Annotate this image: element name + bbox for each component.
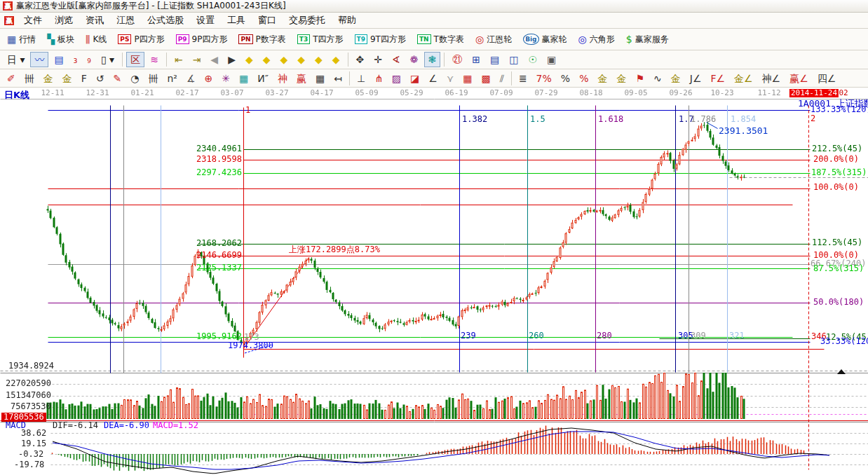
- box-fan-2-icon[interactable]: ◪: [406, 71, 423, 86]
- draw-tool-icon[interactable]: ❁: [406, 52, 423, 67]
- pct-tool-icon[interactable]: 7%: [532, 71, 556, 86]
- 9p-square-button[interactable]: P99P四方形: [172, 32, 232, 48]
- menu-item-9[interactable]: 帮助: [332, 13, 362, 28]
- kline-chart-canvas[interactable]: [0, 88, 868, 475]
- gold-circle-icon[interactable]: 金: [593, 71, 611, 86]
- j-angle-icon[interactable]: J∠: [686, 71, 706, 86]
- volume-profile-icon[interactable]: ≋: [146, 52, 163, 67]
- menu-item-2[interactable]: 资讯: [80, 13, 109, 28]
- period-day-icon[interactable]: 日 ▾: [3, 52, 29, 67]
- menu-item-4[interactable]: 公式选股: [142, 13, 189, 28]
- gold-angle-icon[interactable]: 金∠: [730, 71, 757, 86]
- save-icon[interactable]: ◫: [505, 52, 522, 67]
- hexagon-button[interactable]: ◎六角形: [574, 32, 619, 48]
- p-number-table-button[interactable]: PNP数字表: [234, 32, 290, 48]
- diamond-merge-icon[interactable]: ◆: [293, 52, 309, 67]
- ma-3-icon[interactable]: ₃: [69, 52, 82, 67]
- info-panel-icon[interactable]: ▤: [50, 52, 67, 67]
- crosshair-icon[interactable]: ✛: [369, 52, 386, 67]
- gold-levels-icon[interactable]: 金: [612, 71, 630, 86]
- menu-item-5[interactable]: 设置: [191, 13, 220, 28]
- ex-rights-icon[interactable]: 区: [126, 52, 144, 67]
- span-arrow-icon[interactable]: ↤: [330, 71, 346, 86]
- gold-ruler-1-icon[interactable]: 金: [39, 71, 57, 86]
- ma-9-icon[interactable]: ₉: [83, 52, 95, 67]
- t-number-table-button[interactable]: TNT数字表: [413, 32, 468, 48]
- fan-lines-icon[interactable]: ⋔: [370, 71, 387, 86]
- red-grid-2-icon[interactable]: ▩: [477, 71, 494, 86]
- diamond-expand-icon: ◆: [315, 54, 323, 65]
- memo-icon[interactable]: ▤: [486, 52, 503, 67]
- menu-item-1[interactable]: 浏览: [49, 13, 79, 28]
- diamond-next-icon[interactable]: ◆: [259, 52, 275, 67]
- angle-tool-icon[interactable]: ∢: [388, 52, 405, 67]
- f-angle-icon[interactable]: F∠: [706, 71, 729, 86]
- shen-tool-icon[interactable]: 神: [273, 71, 292, 86]
- shen-angle-icon[interactable]: 神∠: [758, 71, 785, 86]
- flag-measure-icon[interactable]: ⚑: [631, 71, 649, 86]
- vee-lines-icon[interactable]: ⋎: [442, 71, 458, 86]
- cycle-clock-icon[interactable]: ◔: [126, 71, 143, 86]
- ying-tool-icon[interactable]: 赢: [292, 71, 311, 86]
- hv-ruler-icon[interactable]: ⊥: [353, 71, 369, 86]
- pan-hand-icon[interactable]: ✥: [352, 52, 369, 67]
- trend-angle-icon[interactable]: ∠: [424, 71, 442, 86]
- menu-item-8[interactable]: 交易委托: [283, 13, 331, 28]
- parallel-lines-icon[interactable]: ⫽: [496, 71, 508, 86]
- grid-123-icon[interactable]: ▦: [311, 71, 329, 86]
- p-square-button[interactable]: PSP四方形: [114, 32, 168, 48]
- kline-button[interactable]: ⫼K线: [81, 32, 111, 48]
- menu-item-3[interactable]: 江恩: [111, 13, 140, 28]
- gold-wave-icon[interactable]: 金: [667, 71, 685, 86]
- four-angle-icon[interactable]: 四∠: [813, 71, 841, 86]
- app-logo-icon: 赢: [3, 1, 13, 11]
- sectors-button[interactable]: ▚板块: [43, 32, 79, 48]
- n-square-icon[interactable]: n²: [163, 71, 182, 86]
- quotes-button[interactable]: ▦行情: [3, 32, 40, 48]
- percent-red-icon[interactable]: %: [575, 71, 592, 86]
- calculator-icon[interactable]: ⊞: [468, 52, 484, 67]
- world-time-icon[interactable]: ☉: [524, 52, 541, 67]
- gold-ruler-2-icon[interactable]: 金: [58, 71, 76, 86]
- next-page-icon[interactable]: ▶: [224, 52, 240, 67]
- hist-scale-icon[interactable]: ≣: [515, 71, 531, 86]
- pattern-tool-icon[interactable]: ❃: [424, 52, 441, 67]
- winner-service-button[interactable]: $赢家服务: [622, 32, 673, 48]
- ying-angle-icon[interactable]: 赢∠: [785, 71, 813, 86]
- brush-measure-icon[interactable]: ✎: [109, 71, 126, 86]
- first-page-icon[interactable]: ⇤: [170, 52, 187, 67]
- prev-page-icon: ◀: [210, 54, 218, 65]
- tick-ruler-icon[interactable]: 卌: [144, 71, 162, 86]
- zoom-area-icon[interactable]: 〰: [30, 52, 48, 67]
- winner-wheel-button[interactable]: Big赢家轮: [519, 32, 571, 48]
- diamond-expand-icon[interactable]: ◆: [311, 52, 327, 67]
- candle-style-icon[interactable]: ▯ ▾: [97, 52, 118, 67]
- box-fan-icon[interactable]: ▨: [388, 71, 405, 86]
- print-icon[interactable]: ▣: [543, 52, 560, 67]
- f-ruler-icon[interactable]: F: [77, 71, 91, 86]
- menu-item-7[interactable]: 窗口: [252, 13, 282, 28]
- menu-item-6[interactable]: 工具: [222, 13, 251, 28]
- gann-brush-icon[interactable]: ✐: [3, 71, 20, 86]
- mirror-angle-icon[interactable]: ∡: [182, 71, 200, 86]
- time-ruler-icon[interactable]: 卌: [20, 71, 39, 86]
- gann-wheel-button[interactable]: ◎江恩轮: [471, 32, 516, 48]
- t-square-button[interactable]: T3T四方形: [293, 32, 348, 48]
- gold-ruler-2-icon: 金: [62, 73, 72, 84]
- spiral-icon[interactable]: ↺: [92, 71, 109, 86]
- diamond-prev-icon[interactable]: ◆: [241, 52, 257, 67]
- last-page-icon[interactable]: ⇥: [189, 52, 205, 67]
- calendar-icon[interactable]: ㉑: [448, 52, 466, 67]
- target-cross-icon[interactable]: ⊕: [201, 71, 217, 86]
- prev-page-icon[interactable]: ◀: [206, 52, 222, 67]
- grid-net-icon[interactable]: ▦: [235, 71, 252, 86]
- diamond-split-icon[interactable]: ◆: [276, 52, 292, 67]
- pause-marks-icon[interactable]: И″: [253, 71, 273, 86]
- wave-tool-icon[interactable]: ∿: [649, 71, 666, 86]
- 9t-square-button[interactable]: T99T四方形: [351, 32, 410, 48]
- diamond-shrink-icon[interactable]: ◆: [328, 52, 344, 67]
- menu-item-0[interactable]: 文件: [18, 13, 48, 28]
- red-grid-icon[interactable]: ▦: [459, 71, 476, 86]
- percent-icon[interactable]: %: [557, 71, 574, 86]
- star-rays-icon[interactable]: ✳: [217, 71, 234, 86]
